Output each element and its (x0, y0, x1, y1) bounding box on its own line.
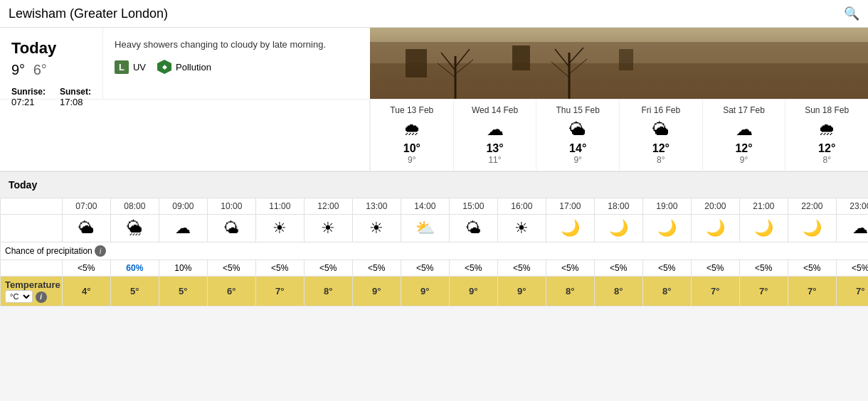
forecast-date: Thu 15 Feb (539, 105, 616, 115)
precip-value: <5% (449, 260, 497, 277)
forecast-low: 9° (374, 155, 450, 165)
temp-high: 9° (11, 62, 25, 77)
temp-unit-select[interactable]: °C (5, 290, 33, 303)
weather-icon: ☀ (304, 215, 352, 242)
forecast-icon: 🌥 (539, 119, 616, 139)
hourly-today-label: Today (9, 179, 37, 191)
forecast-container: Tue 13 Feb 🌧 10° 9° Wed 14 Feb ☁ 13° 11°… (370, 100, 868, 171)
weather-icon: 🌙 (691, 215, 739, 242)
weather-icon: 🌙 (546, 215, 594, 242)
weather-desc: Heavy showers changing to cloudy by late… (103, 28, 370, 99)
forecast-strip: Tue 13 Feb 🌧 10° 9° Wed 14 Feb ☁ 13° 11°… (0, 99, 868, 171)
sunrise: Sunrise: 07:21 (11, 87, 46, 107)
pollution-diamond: ◆ (157, 60, 171, 74)
precip-value: <5% (352, 260, 401, 277)
time-header: 16:00 (497, 198, 546, 215)
precip-label: Chance of precipitation (5, 246, 92, 256)
time-header: 17:00 (546, 198, 594, 215)
temp-value: 9° (401, 277, 449, 306)
precip-row: <5%60%10%<5%<5%<5%<5%<5%<5%<5%<5%<5%<5%<… (1, 260, 869, 277)
forecast-icon: ☁ (457, 119, 534, 139)
precip-value: <5% (546, 260, 594, 277)
forecast-date: Sat 17 Feb (706, 105, 783, 115)
temp-value: 7° (836, 277, 868, 306)
weather-icon: ☀ (255, 215, 304, 242)
forecast-low: 8° (788, 155, 865, 165)
badges: L UV ◆ Pollution (115, 60, 359, 74)
temp-value: 8° (304, 277, 352, 306)
pollution-badge: ◆ Pollution (157, 60, 211, 74)
pollution-label: Pollution (176, 62, 211, 73)
today-temps: 9° 6° (11, 62, 91, 78)
precip-value: <5% (255, 260, 304, 277)
forecast-icon: 🌧 (374, 119, 450, 139)
temp-value: 5° (110, 277, 159, 306)
hourly-section: Today 07:0008:0009:0010:0011:0012:0013:0… (0, 171, 868, 306)
weather-icon: ☀ (352, 215, 401, 242)
temp-low: 6° (33, 62, 47, 77)
precip-value: <5% (691, 260, 739, 277)
today-info: Today 9° 6° Sunrise: 07:21 Sunset: 17:08 (0, 28, 103, 99)
time-header: 20:00 (691, 198, 739, 215)
time-header: 14:00 (401, 198, 449, 215)
weather-icon: 🌙 (594, 215, 642, 242)
weather-icon: ☀ (497, 215, 546, 242)
forecast-date: Tue 13 Feb (374, 105, 450, 115)
temp-value: 9° (497, 277, 546, 306)
time-header: 22:00 (788, 198, 836, 215)
precip-info-icon[interactable]: i (95, 245, 106, 257)
forecast-high: 13° (457, 142, 534, 155)
forecast-day-1: Wed 14 Feb ☁ 13° 11° (453, 100, 536, 171)
weather-icon: ⛅ (401, 215, 449, 242)
forecast-day-2: Thu 15 Feb 🌥 14° 9° (536, 100, 619, 171)
time-header: 23:00 (836, 198, 868, 215)
forecast-date: Sun 18 Feb (788, 105, 865, 115)
temp-value: 8° (546, 277, 594, 306)
weather-description: Heavy showers changing to cloudy by late… (115, 39, 359, 50)
time-header: 07:00 (62, 198, 110, 215)
weather-icon: 🌤 (207, 215, 255, 242)
temp-value: 7° (255, 277, 304, 306)
precip-header-row: Chance of precipitation i (1, 242, 869, 260)
precip-value: <5% (207, 260, 255, 277)
temp-info-icon[interactable]: i (36, 292, 47, 303)
uv-value: L (115, 60, 129, 74)
forecast-low: 8° (623, 155, 699, 165)
temp-value: 7° (691, 277, 739, 306)
forecast-high: 12° (788, 142, 865, 155)
temp-value: 9° (449, 277, 497, 306)
time-header: 15:00 (449, 198, 497, 215)
weather-icon: ☁ (159, 215, 207, 242)
forecast-day-3: Fri 16 Feb 🌥 12° 8° (619, 100, 702, 171)
weather-icon: ☁ (836, 215, 868, 242)
forecast-high: 10° (374, 142, 450, 155)
weather-icon: 🌤 (449, 215, 497, 242)
temp-row: Temperature °C i4°5°5°6°7°8°9°9°9°9°8°8°… (1, 277, 869, 306)
time-header: 08:00 (110, 198, 159, 215)
precip-value: <5% (62, 260, 110, 277)
weather-icon: 🌙 (788, 215, 836, 242)
forecast-low: 9° (706, 155, 783, 165)
forecast-high: 12° (706, 142, 783, 155)
forecast-icon: ☁ (706, 119, 783, 139)
sunrise-label: Sunrise: (11, 87, 46, 97)
forecast-icon: 🌥 (623, 119, 699, 139)
forecast-icon: 🌧 (788, 119, 865, 139)
hero-image (370, 28, 868, 99)
time-header: 10:00 (207, 198, 255, 215)
hourly-header: Today (0, 171, 868, 198)
hourly-table: 07:0008:0009:0010:0011:0012:0013:0014:00… (0, 198, 868, 306)
forecast-high: 12° (623, 142, 699, 155)
sun-times: Sunrise: 07:21 Sunset: 17:08 (11, 87, 91, 107)
temp-value: 4° (62, 277, 110, 306)
temp-value: 5° (159, 277, 207, 306)
page-wrapper: Lewisham (Greater London) 🔍 Today 9° 6° … (0, 0, 868, 306)
forecast-date: Wed 14 Feb (457, 105, 534, 115)
forecast-day-0: Tue 13 Feb 🌧 10° 9° (370, 100, 453, 171)
time-header: 13:00 (352, 198, 401, 215)
time-header: 19:00 (642, 198, 691, 215)
temp-value: 8° (642, 277, 691, 306)
sunset: Sunset: 17:08 (60, 87, 91, 107)
time-row: 07:0008:0009:0010:0011:0012:0013:0014:00… (1, 198, 869, 215)
search-button[interactable]: 🔍 (844, 6, 859, 21)
